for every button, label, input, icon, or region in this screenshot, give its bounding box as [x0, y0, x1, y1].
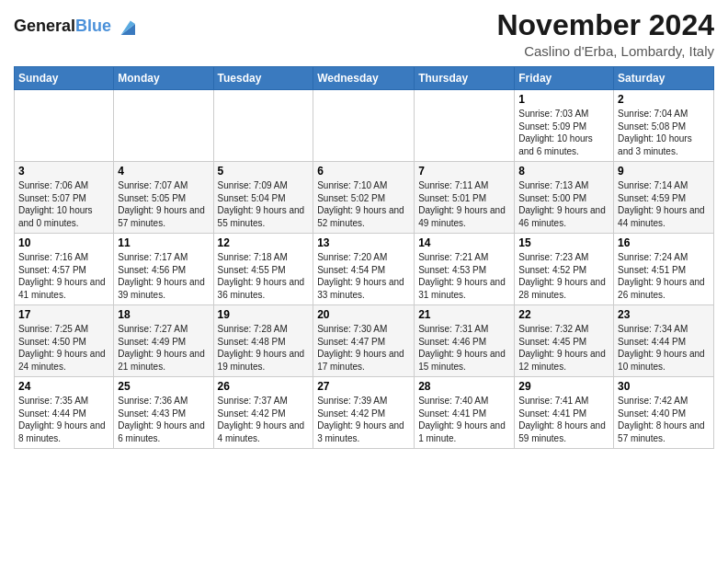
day-number: 21: [418, 308, 510, 321]
calendar-week-row: 24Sunrise: 7:35 AM Sunset: 4:44 PM Dayli…: [15, 377, 714, 449]
table-row: 2Sunrise: 7:04 AM Sunset: 5:08 PM Daylig…: [614, 90, 714, 162]
day-number: 2: [618, 93, 710, 106]
day-number: 16: [618, 236, 710, 249]
table-row: 21Sunrise: 7:31 AM Sunset: 4:46 PM Dayli…: [415, 305, 515, 377]
day-number: 25: [118, 380, 209, 393]
title-section: November 2024 Caslino d'Erba, Lombardy, …: [496, 9, 714, 59]
table-row: 24Sunrise: 7:35 AM Sunset: 4:44 PM Dayli…: [15, 377, 114, 449]
calendar-week-row: 17Sunrise: 7:25 AM Sunset: 4:50 PM Dayli…: [15, 305, 714, 377]
calendar-week-row: 3Sunrise: 7:06 AM Sunset: 5:07 PM Daylig…: [15, 162, 714, 234]
table-row: 3Sunrise: 7:06 AM Sunset: 5:07 PM Daylig…: [15, 162, 114, 234]
calendar-week-row: 10Sunrise: 7:16 AM Sunset: 4:57 PM Dayli…: [15, 234, 714, 305]
day-info: Sunrise: 7:13 AM Sunset: 5:00 PM Dayligh…: [518, 179, 609, 229]
table-row: 6Sunrise: 7:10 AM Sunset: 5:02 PM Daylig…: [313, 162, 415, 234]
day-info: Sunrise: 7:21 AM Sunset: 4:53 PM Dayligh…: [418, 251, 510, 301]
table-row: 11Sunrise: 7:17 AM Sunset: 4:56 PM Dayli…: [114, 234, 213, 305]
day-info: Sunrise: 7:28 AM Sunset: 4:48 PM Dayligh…: [218, 323, 310, 373]
day-info: Sunrise: 7:11 AM Sunset: 5:01 PM Dayligh…: [418, 179, 510, 229]
table-row: 15Sunrise: 7:23 AM Sunset: 4:52 PM Dayli…: [515, 234, 614, 305]
day-number: 24: [18, 380, 109, 393]
table-row: 17Sunrise: 7:25 AM Sunset: 4:50 PM Dayli…: [15, 305, 114, 377]
day-info: Sunrise: 7:40 AM Sunset: 4:41 PM Dayligh…: [418, 395, 510, 444]
day-number: 28: [418, 380, 510, 393]
day-number: 8: [518, 165, 609, 178]
day-info: Sunrise: 7:34 AM Sunset: 4:44 PM Dayligh…: [618, 323, 710, 373]
calendar-header-row: Sunday Monday Tuesday Wednesday Thursday…: [15, 67, 714, 90]
day-info: Sunrise: 7:16 AM Sunset: 4:57 PM Dayligh…: [18, 251, 109, 301]
day-number: 23: [618, 308, 710, 321]
day-info: Sunrise: 7:06 AM Sunset: 5:07 PM Dayligh…: [18, 179, 109, 229]
col-tuesday: Tuesday: [213, 67, 313, 90]
table-row: 26Sunrise: 7:37 AM Sunset: 4:42 PM Dayli…: [213, 377, 313, 449]
table-row: 5Sunrise: 7:09 AM Sunset: 5:04 PM Daylig…: [213, 162, 313, 234]
day-number: 1: [518, 93, 609, 106]
day-number: 6: [317, 165, 410, 178]
main-container: GeneralBlue November 2024 Caslino d'Erba…: [0, 0, 728, 563]
col-saturday: Saturday: [614, 67, 714, 90]
day-info: Sunrise: 7:09 AM Sunset: 5:04 PM Dayligh…: [218, 179, 310, 229]
table-row: 29Sunrise: 7:41 AM Sunset: 4:41 PM Dayli…: [515, 377, 614, 449]
table-row: 20Sunrise: 7:30 AM Sunset: 4:47 PM Dayli…: [313, 305, 415, 377]
table-row: 30Sunrise: 7:42 AM Sunset: 4:40 PM Dayli…: [614, 377, 714, 449]
table-row: [415, 90, 515, 162]
day-number: 7: [418, 165, 510, 178]
day-info: Sunrise: 7:42 AM Sunset: 4:40 PM Dayligh…: [618, 395, 710, 444]
table-row: 9Sunrise: 7:14 AM Sunset: 4:59 PM Daylig…: [614, 162, 714, 234]
table-row: 23Sunrise: 7:34 AM Sunset: 4:44 PM Dayli…: [614, 305, 714, 377]
table-row: 1Sunrise: 7:03 AM Sunset: 5:09 PM Daylig…: [515, 90, 614, 162]
day-number: 30: [618, 380, 710, 393]
table-row: 12Sunrise: 7:18 AM Sunset: 4:55 PM Dayli…: [213, 234, 313, 305]
day-info: Sunrise: 7:23 AM Sunset: 4:52 PM Dayligh…: [518, 251, 609, 301]
day-number: 27: [317, 380, 410, 393]
day-info: Sunrise: 7:37 AM Sunset: 4:42 PM Dayligh…: [218, 395, 310, 444]
calendar-table: Sunday Monday Tuesday Wednesday Thursday…: [14, 66, 714, 449]
day-number: 18: [118, 308, 209, 321]
day-info: Sunrise: 7:31 AM Sunset: 4:46 PM Dayligh…: [418, 323, 510, 373]
day-number: 5: [218, 165, 310, 178]
logo-icon: [113, 13, 141, 40]
day-number: 22: [518, 308, 609, 321]
page-header: GeneralBlue November 2024 Caslino d'Erba…: [14, 9, 714, 59]
table-row: [213, 90, 313, 162]
day-number: 26: [218, 380, 310, 393]
table-row: 18Sunrise: 7:27 AM Sunset: 4:49 PM Dayli…: [114, 305, 213, 377]
day-info: Sunrise: 7:41 AM Sunset: 4:41 PM Dayligh…: [518, 395, 609, 444]
day-info: Sunrise: 7:36 AM Sunset: 4:43 PM Dayligh…: [118, 395, 209, 444]
day-number: 14: [418, 236, 510, 249]
table-row: 4Sunrise: 7:07 AM Sunset: 5:05 PM Daylig…: [114, 162, 213, 234]
table-row: 7Sunrise: 7:11 AM Sunset: 5:01 PM Daylig…: [415, 162, 515, 234]
day-info: Sunrise: 7:03 AM Sunset: 5:09 PM Dayligh…: [518, 108, 609, 157]
table-row: 22Sunrise: 7:32 AM Sunset: 4:45 PM Dayli…: [515, 305, 614, 377]
day-info: Sunrise: 7:30 AM Sunset: 4:47 PM Dayligh…: [317, 323, 410, 373]
day-info: Sunrise: 7:20 AM Sunset: 4:54 PM Dayligh…: [317, 251, 410, 301]
location: Caslino d'Erba, Lombardy, Italy: [496, 43, 714, 59]
table-row: 19Sunrise: 7:28 AM Sunset: 4:48 PM Dayli…: [213, 305, 313, 377]
day-number: 29: [518, 380, 609, 393]
table-row: 10Sunrise: 7:16 AM Sunset: 4:57 PM Dayli…: [15, 234, 114, 305]
day-info: Sunrise: 7:39 AM Sunset: 4:42 PM Dayligh…: [317, 395, 410, 444]
day-info: Sunrise: 7:18 AM Sunset: 4:55 PM Dayligh…: [218, 251, 310, 301]
day-info: Sunrise: 7:32 AM Sunset: 4:45 PM Dayligh…: [518, 323, 609, 373]
day-info: Sunrise: 7:24 AM Sunset: 4:51 PM Dayligh…: [618, 251, 710, 301]
day-number: 20: [317, 308, 410, 321]
table-row: 14Sunrise: 7:21 AM Sunset: 4:53 PM Dayli…: [415, 234, 515, 305]
day-number: 11: [118, 236, 209, 249]
day-number: 17: [18, 308, 109, 321]
calendar-week-row: 1Sunrise: 7:03 AM Sunset: 5:09 PM Daylig…: [15, 90, 714, 162]
day-number: 13: [317, 236, 410, 249]
logo: GeneralBlue: [14, 13, 141, 40]
day-info: Sunrise: 7:14 AM Sunset: 4:59 PM Dayligh…: [618, 179, 710, 229]
logo-text: GeneralBlue: [14, 17, 111, 36]
day-info: Sunrise: 7:35 AM Sunset: 4:44 PM Dayligh…: [18, 395, 109, 444]
day-number: 12: [218, 236, 310, 249]
col-thursday: Thursday: [415, 67, 515, 90]
day-number: 4: [118, 165, 209, 178]
day-info: Sunrise: 7:07 AM Sunset: 5:05 PM Dayligh…: [118, 179, 209, 229]
day-number: 9: [618, 165, 710, 178]
table-row: 13Sunrise: 7:20 AM Sunset: 4:54 PM Dayli…: [313, 234, 415, 305]
col-monday: Monday: [114, 67, 213, 90]
day-info: Sunrise: 7:27 AM Sunset: 4:49 PM Dayligh…: [118, 323, 209, 373]
day-number: 15: [518, 236, 609, 249]
col-wednesday: Wednesday: [313, 67, 415, 90]
col-friday: Friday: [515, 67, 614, 90]
